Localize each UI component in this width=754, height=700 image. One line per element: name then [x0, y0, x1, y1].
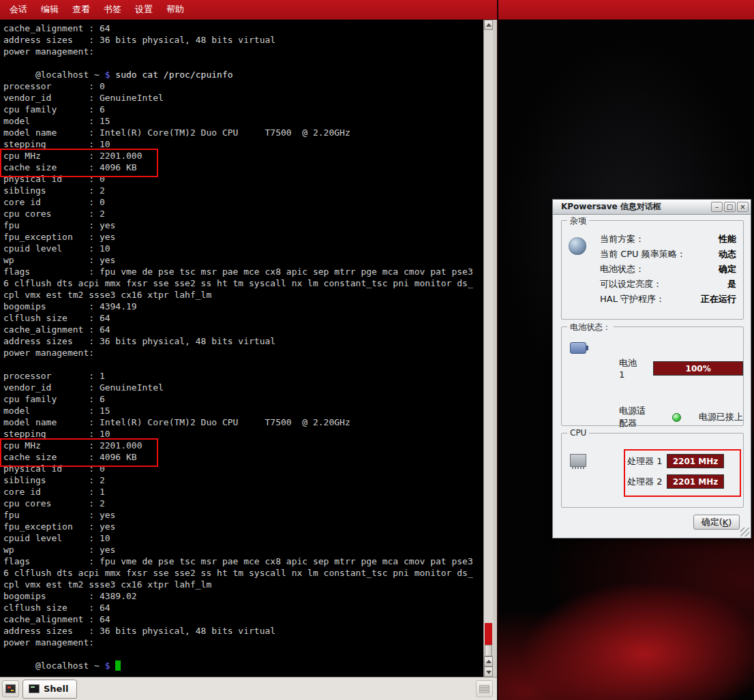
terminal-line: physical id : 0 [3, 463, 473, 474]
power-led-icon [672, 413, 681, 422]
terminal-line: core id : 1 [3, 486, 473, 498]
info-value: 动态 [719, 248, 736, 260]
processor-label: 处理器 2 [627, 476, 667, 488]
cpu-icon [570, 454, 586, 467]
menu-item-5[interactable]: 设置 [128, 1, 160, 18]
battery-groupbox: 电池状态： 电池 1 100% 电源适配器 电源已接上 [561, 326, 744, 426]
info-row: 当前方案：性能 [600, 232, 736, 247]
terminal-line: clflush size : 64 [3, 312, 473, 324]
terminal-line: power management: [3, 637, 473, 648]
terminal-line: flags : fpu vme de pse tsc msr pae mce c… [3, 266, 473, 277]
info-label: 电池状态： [600, 263, 644, 275]
terminal-line: 6 clflush dts acpi mmx fxsr sse sse2 ss … [3, 277, 473, 289]
terminal-icon [29, 684, 40, 693]
info-row: HAL 守护程序：正在运行 [600, 292, 736, 307]
terminal-line: address sizes : 36 bits physical, 48 bit… [3, 34, 473, 46]
dialog-title: KPowersave 信息对话框 [561, 201, 710, 213]
terminal-line: fpu : yes [3, 509, 473, 521]
terminal-line: cpu cores : 2 [3, 208, 473, 219]
scroll-thumb[interactable] [485, 645, 492, 656]
battery-row: 电池 1 100% [619, 357, 743, 380]
terminal-line [3, 57, 473, 69]
terminal-line: 6 clflush dts acpi mmx fxsr sse sse2 ss … [3, 567, 473, 579]
terminal-scrollbar[interactable] [483, 20, 493, 677]
cpu-rows: 处理器 12201 MHz处理器 22201 MHz [627, 454, 724, 495]
new-session-icon [5, 684, 16, 693]
terminal-line [3, 648, 473, 660]
terminal-line: siblings : 2 [3, 185, 473, 196]
tab-bar: Shell [0, 677, 497, 700]
cpu-frequency-bar: 2201 MHz [667, 454, 724, 468]
cpu-frequency-bar: 2201 MHz [667, 474, 724, 489]
info-label: 当前 CPU 频率策略： [600, 248, 686, 260]
new-session-button[interactable] [2, 680, 19, 697]
terminal-line: address sizes : 36 bits physical, 48 bit… [3, 625, 473, 637]
info-label: 当前方案： [600, 233, 644, 245]
battery-label: 电池 1 [619, 357, 645, 380]
terminal-line: physical id : 0 [3, 173, 473, 185]
terminal-line: power management: [3, 46, 473, 57]
terminal-line: model name : Intel(R) Core(TM)2 Duo CPU … [3, 416, 473, 428]
terminal-line: cpl vmx est tm2 ssse3 cx16 xtpr lahf_lm [3, 289, 473, 301]
screen: 会话编辑查看书签设置帮助 cache_alignment : 64address… [0, 0, 754, 700]
info-label: 可以设定亮度： [600, 278, 662, 290]
terminal-line: cpu family : 6 [3, 104, 473, 115]
info-value: 确定 [719, 263, 736, 275]
terminal-text: cache_alignment : 64address sizes : 36 b… [3, 22, 473, 671]
processor-label: 处理器 1 [627, 455, 667, 468]
terminal-line: @localhost ~ $ [3, 660, 473, 671]
terminal-line: cpu MHz : 2201.000 [3, 150, 473, 162]
close-button[interactable]: × [737, 202, 749, 212]
kpowersave-icon [569, 237, 586, 255]
terminal-line: processor : 1 [3, 370, 473, 382]
scroll-up-button[interactable] [484, 20, 493, 30]
terminal-line: cpu family : 6 [3, 393, 473, 405]
info-value: 正在运行 [701, 293, 736, 305]
terminal-window: cache_alignment : 64address sizes : 36 b… [0, 20, 497, 677]
scroll-up-button-bottom[interactable] [484, 656, 493, 667]
terminal-line: vendor_id : GenuineIntel [3, 92, 473, 104]
terminal-line: model name : Intel(R) Core(TM)2 Duo CPU … [3, 127, 473, 138]
ok-button[interactable]: 确定(K) [693, 515, 740, 530]
info-row: 电池状态：确定 [600, 262, 736, 277]
misc-groupbox-title: 杂项 [567, 215, 589, 227]
ok-button-label: 确定( [702, 516, 723, 528]
maximize-button[interactable]: □ [724, 202, 736, 212]
misc-rows: 当前方案：性能当前 CPU 频率策略：动态电池状态：确定可以设定亮度：是HAL … [600, 232, 736, 307]
kpowersave-dialog: KPowersave 信息对话框 – □ × 杂项 当前方案：性能当前 CPU … [552, 199, 751, 538]
terminal-line: power management: [3, 347, 473, 359]
video-background: KPowersave 信息对话框 – □ × 杂项 当前方案：性能当前 CPU … [498, 20, 754, 700]
menu-item-4[interactable]: 书签 [97, 1, 128, 18]
scroll-down-button[interactable] [484, 667, 493, 677]
menu-item-1[interactable]: 会话 [3, 1, 34, 18]
cpu-groupbox: CPU 处理器 12201 MHz处理器 22201 MHz [561, 433, 744, 508]
info-row: 可以设定亮度：是 [600, 277, 736, 292]
session-list-icon [479, 685, 489, 693]
adapter-status: 电源已接上 [699, 411, 743, 423]
processor-row: 处理器 22201 MHz [627, 474, 724, 489]
menu-item-6[interactable]: 帮助 [160, 1, 191, 18]
battery-icon [570, 342, 586, 354]
terminal-line: cache_alignment : 64 [3, 22, 473, 34]
terminal-line: cpuid level : 10 [3, 243, 473, 254]
resize-grip[interactable] [740, 528, 749, 536]
terminal-output[interactable]: cache_alignment : 64address sizes : 36 b… [0, 20, 483, 677]
info-value: 性能 [719, 233, 736, 245]
menu-item-3[interactable]: 查看 [65, 1, 97, 18]
session-list-button[interactable] [476, 680, 493, 697]
scroll-position-marker [485, 623, 492, 645]
info-label: HAL 守护程序： [600, 293, 665, 305]
menu-item-2[interactable]: 编辑 [34, 1, 65, 18]
battery-progressbar: 100% [653, 361, 743, 376]
terminal-line: cpu MHz : 2201.000 [3, 440, 473, 451]
terminal-line: processor : 0 [3, 80, 473, 92]
terminal-line: core id : 0 [3, 196, 473, 208]
terminal-line: fpu_exception : yes [3, 231, 473, 243]
shell-tab[interactable]: Shell [22, 680, 77, 699]
minimize-button[interactable]: – [711, 202, 723, 212]
terminal-line: clflush size : 64 [3, 602, 473, 613]
battery-groupbox-title: 电池状态： [567, 322, 614, 333]
terminal-line: cache_alignment : 64 [3, 613, 473, 625]
dialog-titlebar[interactable]: KPowersave 信息对话框 – □ × [553, 200, 751, 215]
terminal-line: model : 15 [3, 115, 473, 127]
